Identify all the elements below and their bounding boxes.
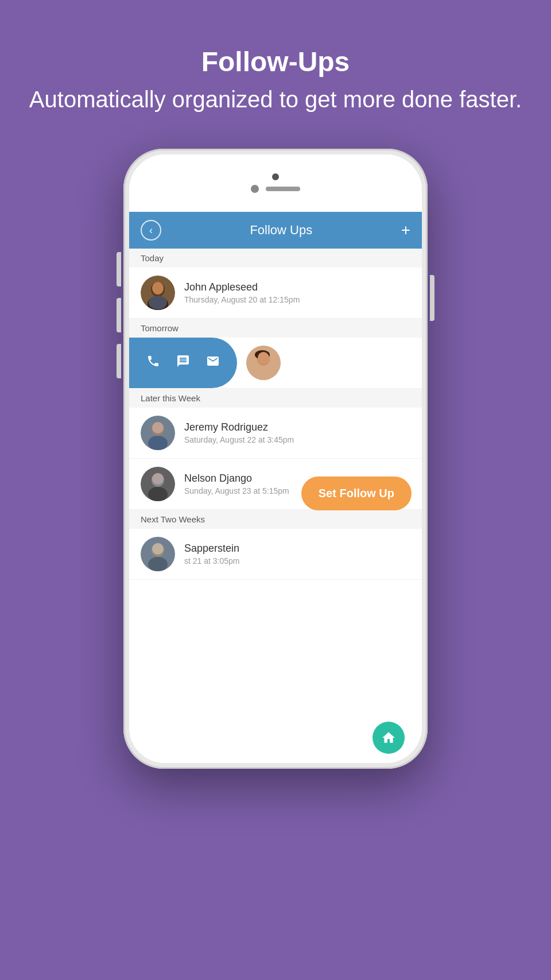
- phone-mockup: ‹ Follow Ups + Today: [0, 149, 551, 769]
- hero-subtitle: Automatically organized to get more done…: [0, 84, 551, 114]
- svg-point-17: [152, 473, 164, 485]
- svg-point-9: [258, 352, 269, 363]
- table-row[interactable]: Jeremy Rodriguez Saturday, August 22 at …: [129, 408, 422, 459]
- phone-icon: [146, 354, 160, 371]
- speaker-area: [251, 185, 300, 193]
- app-header: ‹ Follow Ups +: [129, 212, 422, 249]
- phone-top-bezel: [129, 154, 422, 212]
- home-icon: [381, 730, 396, 745]
- section-later-week: Later this Week: [129, 389, 422, 408]
- svg-point-13: [152, 422, 164, 433]
- svg-point-3: [152, 282, 164, 295]
- table-row[interactable]: John Appleseed Thursday, August 20 at 12…: [129, 268, 422, 319]
- contact-time: st 21 at 3:05pm: [184, 556, 410, 565]
- add-button[interactable]: +: [401, 221, 410, 239]
- svg-point-21: [152, 543, 164, 555]
- camera-dot: [272, 173, 279, 180]
- svg-point-7: [254, 366, 273, 380]
- app-content: ‹ Follow Ups + Today: [129, 212, 422, 717]
- contact-time: Saturday, August 22 at 3:45pm: [184, 435, 410, 444]
- section-tomorrow: Tomorrow: [129, 319, 422, 338]
- svg-point-4: [149, 296, 167, 309]
- contact-name: Jeremy Rodriguez: [184, 421, 410, 433]
- speaker-grille: [266, 187, 300, 191]
- set-follow-up-button[interactable]: Set Follow Up: [301, 477, 412, 510]
- avatar: [246, 346, 281, 380]
- contact-time: Thursday, August 20 at 12:15pm: [184, 295, 410, 304]
- home-fab-button[interactable]: [372, 722, 405, 754]
- avatar: [141, 537, 175, 571]
- contact-name: John Appleseed: [184, 281, 410, 293]
- email-icon: [206, 354, 220, 371]
- hero-section: Follow-Ups Automatically organized to ge…: [0, 0, 551, 137]
- hero-title: Follow-Ups: [0, 46, 551, 78]
- svg-point-12: [148, 436, 168, 450]
- avatar-container: [237, 338, 301, 388]
- svg-point-20: [148, 557, 168, 571]
- app-title: Follow Ups: [250, 223, 312, 238]
- table-row[interactable]: Sapperstein st 21 at 3:05pm Set Follow U…: [129, 529, 422, 580]
- section-next-two-weeks: Next Two Weeks: [129, 510, 422, 529]
- avatar: [141, 276, 175, 310]
- phone-bottom-bezel: [129, 717, 422, 763]
- chat-icon: [176, 354, 190, 371]
- front-camera: [251, 185, 259, 193]
- contact-name: Sapperstein: [184, 543, 410, 555]
- svg-point-16: [148, 487, 168, 501]
- avatar: [141, 416, 175, 450]
- contact-info: Jeremy Rodriguez Saturday, August 22 at …: [184, 421, 410, 444]
- phone-frame: ‹ Follow Ups + Today: [123, 149, 428, 769]
- contact-info: John Appleseed Thursday, August 20 at 12…: [184, 281, 410, 304]
- swipe-action-bar: [129, 338, 237, 388]
- chevron-left-icon: ‹: [149, 224, 153, 237]
- follow-ups-list: Today Joh: [129, 249, 422, 717]
- avatar: [141, 467, 175, 501]
- back-button[interactable]: ‹: [141, 220, 161, 241]
- phone-inner: ‹ Follow Ups + Today: [129, 154, 422, 763]
- table-row[interactable]: [129, 338, 422, 389]
- contact-info: Sapperstein st 21 at 3:05pm: [184, 543, 410, 565]
- section-today: Today: [129, 249, 422, 268]
- plus-icon: +: [401, 221, 410, 239]
